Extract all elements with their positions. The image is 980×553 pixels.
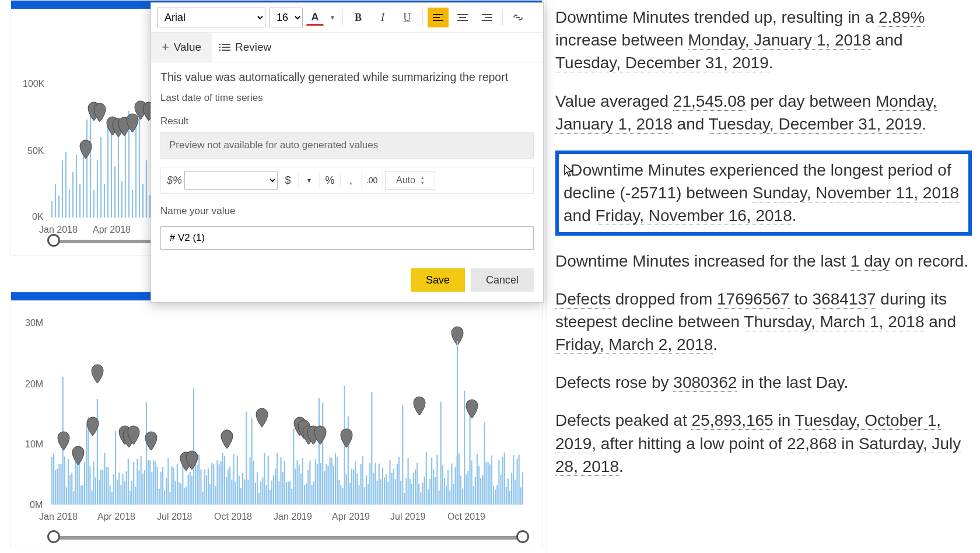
x-tick: Jul 2018 (157, 512, 192, 522)
text: Value averaged (555, 92, 673, 110)
slider-handle-left[interactable] (47, 234, 60, 247)
x-tick: Oct 2019 (447, 512, 485, 522)
align-right-button[interactable] (477, 8, 498, 27)
underline-button[interactable]: U (397, 8, 418, 27)
text: . (619, 457, 624, 475)
text: per day between (746, 92, 876, 110)
panel-body: This value was automatically generated w… (151, 62, 543, 260)
x-tick: Jan 2018 (39, 225, 78, 235)
thousands-button[interactable]: , (341, 171, 362, 190)
text: between (681, 184, 752, 202)
dynamic-value[interactable]: Friday, November 16, 2018 (596, 206, 792, 225)
text: in (837, 435, 859, 453)
italic-button[interactable]: I (372, 8, 393, 27)
dynamic-value[interactable]: 21,545.08 (673, 92, 746, 111)
dynamic-value[interactable]: Sunday, November 11, 2018 (752, 184, 959, 202)
font-size-select[interactable]: 16 (269, 8, 303, 27)
smart-narrative[interactable]: Downtime Minutes trended up, resulting i… (547, 0, 980, 553)
dynamic-value[interactable]: Tuesday, December 31, 2019 (709, 115, 922, 134)
tab-review[interactable]: Review (212, 33, 282, 62)
dynamic-value[interactable]: Friday, March 2, 2018 (555, 335, 713, 354)
tab-value[interactable]: Value (151, 33, 212, 62)
text: . (922, 115, 926, 133)
dynamic-value[interactable]: 3080362 (673, 373, 737, 392)
text: and (924, 313, 956, 331)
name-heading: Name your value (160, 205, 534, 217)
text: . (713, 335, 718, 354)
text: in (774, 411, 795, 429)
text: Downtime Minutes trended up, resulting i… (555, 8, 878, 26)
dynamic-value[interactable]: Tuesday, December 31, 2019 (555, 54, 769, 72)
narrative-line[interactable]: Downtime Minutes trended up, resulting i… (555, 6, 972, 75)
link-button[interactable] (508, 8, 528, 27)
text: on record. (890, 252, 968, 270)
slider-handle-right[interactable] (516, 530, 529, 543)
font-color-caret[interactable]: ▾ (327, 8, 338, 27)
plus-icon (162, 40, 169, 55)
list-icon (222, 44, 230, 51)
text: . (792, 206, 797, 225)
divider (342, 10, 343, 25)
currency-caret[interactable]: ▾ (299, 171, 320, 190)
result-preview: Preview not available for auto generated… (160, 132, 534, 159)
dynamic-value[interactable]: 17696567 (717, 290, 790, 309)
format-select[interactable] (184, 171, 278, 190)
narrative-line[interactable]: Downtime Minutes increased for the last … (555, 250, 972, 272)
save-button[interactable]: Save (411, 268, 465, 292)
x-tick: Jan 2018 (39, 512, 78, 522)
x-tick: Jul 2019 (390, 512, 426, 522)
narrative-line[interactable]: Value averaged 21,545.08 per day between… (555, 90, 972, 135)
text: . (769, 54, 774, 72)
auto-label: Auto (396, 175, 415, 186)
cancel-button[interactable]: Cancel (471, 268, 534, 292)
tab-label: Value (174, 41, 201, 54)
divider (502, 10, 503, 25)
chart-card-defects[interactable]: 30M 20M 10M 0M Jan 2018 Apr 2018 Jul 201… (10, 292, 542, 548)
percent-button[interactable]: % (320, 171, 341, 190)
chart-plot-area-bottom: 30M 20M 10M 0M Jan 2018 Apr 2018 Jul 201… (11, 300, 542, 522)
narrative-line[interactable]: Defects rose by 3080362 in the last Day. (555, 371, 972, 394)
bold-button[interactable]: B (348, 8, 369, 27)
dynamic-value[interactable]: 22,868 (787, 435, 837, 453)
narrative-line[interactable]: Defects dropped from 17696567 to 3684137… (555, 288, 972, 356)
visual-canvas: 100K 50K 0K Jan 2018 Apr 2018 (0, 0, 547, 553)
range-slider-bottom[interactable] (52, 536, 524, 540)
text: dropped from (611, 290, 717, 308)
font-family-select[interactable]: Arial (157, 8, 265, 27)
text: Defects peaked at (555, 411, 691, 429)
tab-label: Review (235, 41, 271, 54)
spinner-icon[interactable]: ▴▾ (421, 175, 424, 186)
dynamic-value[interactable]: Monday, January 1, 2018 (688, 31, 871, 50)
decimals-button[interactable]: .00 (362, 171, 383, 190)
tab-row: Value Review (151, 33, 543, 62)
currency-button[interactable]: $ (278, 171, 299, 190)
auto-format-box[interactable]: Auto ▴▾ (385, 171, 435, 190)
format-toolbar: Arial 16 A ▾ B I U (151, 3, 543, 33)
x-tick: Apr 2018 (93, 225, 131, 235)
dynamic-value[interactable]: 25,893,165 (691, 411, 773, 430)
app-root: 100K 50K 0K Jan 2018 Apr 2018 (0, 0, 980, 553)
text: Downtime Minutes increased for the last (555, 252, 850, 270)
slider-handle-left[interactable] (47, 530, 60, 543)
x-tick: Apr 2019 (332, 512, 370, 522)
text: and (564, 206, 596, 225)
text: and (673, 115, 709, 133)
dynamic-value[interactable]: Defects (555, 290, 611, 309)
dynamic-value[interactable]: 2.89% (878, 8, 925, 27)
dynamic-value[interactable]: Thursday, March 1, 2018 (744, 313, 924, 331)
number-format-row: $% $ ▾ % , .00 Auto ▴▾ (160, 167, 534, 194)
text: and (871, 31, 903, 49)
text: , after hitting a low point of (592, 435, 787, 453)
dynamic-value[interactable]: 3684137 (813, 290, 876, 309)
text: Defects rose by (555, 373, 673, 391)
result-heading: Result (160, 116, 534, 127)
align-center-button[interactable] (452, 8, 473, 27)
align-left-button[interactable] (428, 8, 449, 27)
dynamic-value[interactable]: (-25711) (620, 184, 682, 202)
text: increase between (555, 31, 688, 49)
dynamic-value[interactable]: 1 day (850, 252, 891, 271)
value-name-input[interactable] (160, 226, 534, 250)
selected-narrative-line[interactable]: Downtime Minutes experienced the longest… (555, 150, 972, 236)
narrative-line[interactable]: Defects peaked at 25,893,165 in Tuesday,… (555, 409, 972, 478)
font-color-button[interactable]: A (306, 9, 324, 26)
